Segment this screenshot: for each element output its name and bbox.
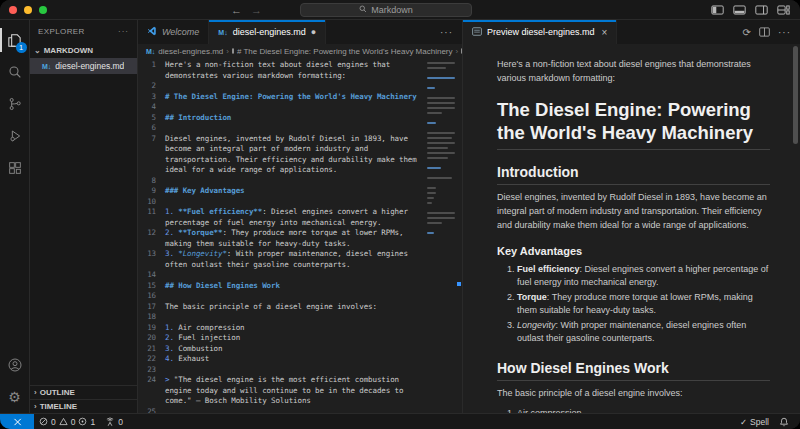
editor-line[interactable]: 10 <box>138 197 426 208</box>
breadcrumb-file[interactable]: diesel-engines.md <box>158 47 223 56</box>
editor-line[interactable]: 16 <box>138 291 426 302</box>
editor-line[interactable]: 15## How Diesel Engines Work <box>138 281 426 292</box>
unsaved-changes-dot-icon[interactable]: ● <box>311 27 316 37</box>
line-text <box>165 312 426 323</box>
settings-gear-icon[interactable]: ⚙ <box>0 381 30 413</box>
layout-controls <box>711 0 790 20</box>
explorer-icon[interactable]: 1 <box>0 24 30 56</box>
notifications-bell[interactable] <box>774 414 794 429</box>
editor-line[interactable]: 7Diesel engines, invented by Rudolf Dies… <box>138 134 426 176</box>
editor-line[interactable]: 133. *Longevity*: With proper maintenanc… <box>138 249 426 270</box>
vscode-window: ← → Markdown <box>0 0 800 429</box>
editor-line[interactable]: 191. Air compression <box>138 323 426 334</box>
spell-check-status[interactable]: ✓ Spell <box>735 414 774 429</box>
zoom-window-button[interactable] <box>39 6 47 14</box>
close-tab-icon[interactable]: × <box>602 27 608 38</box>
chevron-right-icon: › <box>34 388 37 397</box>
symbol-icon <box>461 48 462 54</box>
line-text <box>165 197 426 208</box>
editor-line[interactable]: 18 <box>138 312 426 323</box>
editor-line[interactable]: 213. Combustion <box>138 344 426 355</box>
line-number: 18 <box>138 312 165 323</box>
line-text: 1. **Fuel efficiency**: Diesel engines c… <box>165 207 426 228</box>
minimap[interactable] <box>426 58 456 413</box>
forward-arrow-icon[interactable]: → <box>251 4 262 16</box>
outline-label: OUTLINE <box>40 388 75 397</box>
editor-line[interactable]: 1Here's a non-fiction text about diesel … <box>138 60 426 81</box>
tab-welcome-label: Welcome <box>162 27 199 37</box>
line-number: 14 <box>138 270 165 281</box>
extensions-icon[interactable] <box>0 152 30 184</box>
editor-text-area[interactable]: 1Here's a non-fiction text about diesel … <box>138 58 426 413</box>
preview-list-item: Fuel efficiency: Diesel engines convert … <box>517 263 770 290</box>
sidebar-more-actions-icon[interactable]: ··· <box>118 27 129 36</box>
overview-ruler[interactable] <box>456 58 462 413</box>
more-actions-icon[interactable]: ··· <box>440 27 453 38</box>
line-number: 7 <box>138 134 165 176</box>
tab-preview-diesel-engines[interactable]: Preview diesel-engines.md × <box>463 20 617 44</box>
editor-line[interactable]: 122. **Torque**: They produce more torqu… <box>138 228 426 249</box>
tab-diesel-engines[interactable]: M↓ diesel-engines.md ● <box>209 20 326 44</box>
sidebar-empty-space <box>30 74 137 385</box>
line-text: # The Diesel Engine: Powering the World'… <box>165 92 426 103</box>
editor-line[interactable]: 9### Key Advantages <box>138 186 426 197</box>
customize-layout-icon[interactable] <box>777 5 790 15</box>
line-number: 11 <box>138 207 165 228</box>
minimize-window-button[interactable] <box>24 6 32 14</box>
toggle-panel-icon[interactable] <box>733 5 746 15</box>
editor-line[interactable]: 8 <box>138 176 426 187</box>
command-center-search[interactable]: Markdown <box>300 3 472 17</box>
editor-line[interactable]: 3# The Diesel Engine: Powering the World… <box>138 92 426 103</box>
editor-line[interactable]: 6 <box>138 123 426 134</box>
editor-line[interactable]: 14 <box>138 270 426 281</box>
line-text <box>165 291 426 302</box>
preview-ordered-list: Air compressionFuel injectionCombustionE… <box>497 407 770 413</box>
file-item-diesel-engines[interactable]: M↓ diesel-engines.md <box>30 58 137 74</box>
editor-line[interactable]: 25 <box>138 407 426 414</box>
editor-line[interactable]: 23 <box>138 365 426 376</box>
check-icon: ✓ <box>740 417 747 427</box>
activity-bar: 1 ⚙ <box>0 20 30 413</box>
ports-indicator[interactable]: 0 <box>100 414 128 429</box>
editor-line[interactable]: 4 <box>138 102 426 113</box>
line-number: 23 <box>138 365 165 376</box>
refresh-preview-icon[interactable]: ⟳ <box>743 27 751 38</box>
warning-count: 0 <box>71 417 76 427</box>
editor-line[interactable]: 224. Exhaust <box>138 354 426 365</box>
explorer-badge: 1 <box>16 42 27 53</box>
problems-indicator[interactable]: 0 0 1 <box>34 414 100 429</box>
chevron-down-icon: ⌄ <box>34 46 41 55</box>
editor-line[interactable]: 5## Introduction <box>138 113 426 124</box>
tab-welcome[interactable]: Welcome <box>138 20 209 44</box>
preview-ordered-list: Fuel efficiency: Diesel engines convert … <box>497 263 770 346</box>
line-text: ### Key Advantages <box>165 186 426 197</box>
info-count: 1 <box>90 417 95 427</box>
remote-indicator[interactable] <box>0 414 34 429</box>
source-control-icon[interactable] <box>0 88 30 120</box>
close-window-button[interactable] <box>9 6 17 14</box>
line-number: 3 <box>138 92 165 103</box>
editor-line[interactable]: 24> "The diesel engine is the most effic… <box>138 375 426 407</box>
outline-section[interactable]: › OUTLINE <box>30 385 137 399</box>
editor-line[interactable]: 111. **Fuel efficiency**: Diesel engines… <box>138 207 426 228</box>
toggle-sidebar-icon[interactable] <box>711 5 724 15</box>
line-number: 5 <box>138 113 165 124</box>
line-text: The basic principle of a diesel engine i… <box>165 302 426 313</box>
more-actions-icon[interactable]: ··· <box>778 27 791 38</box>
editor-line[interactable]: 2 <box>138 81 426 92</box>
breadcrumb-symbol[interactable]: # The Diesel Engine: Powering the World'… <box>237 47 453 56</box>
split-editor-icon[interactable] <box>759 27 770 37</box>
back-arrow-icon[interactable]: ← <box>231 4 242 16</box>
editor-line[interactable]: 202. Fuel injection <box>138 333 426 344</box>
preview-p: Diesel engines, invented by Rudolf Diese… <box>497 191 770 233</box>
run-debug-icon[interactable] <box>0 120 30 152</box>
search-view-icon[interactable] <box>0 56 30 88</box>
timeline-section[interactable]: › TIMELINE <box>30 399 137 413</box>
editor-line[interactable]: 17The basic principle of a diesel engine… <box>138 302 426 313</box>
line-number: 12 <box>138 228 165 249</box>
toggle-secondary-sidebar-icon[interactable] <box>755 5 768 15</box>
accounts-icon[interactable] <box>0 349 30 381</box>
folder-markdown[interactable]: ⌄ MARKDOWN <box>30 42 137 58</box>
preview-scrollbar[interactable] <box>793 46 798 144</box>
line-number: 10 <box>138 197 165 208</box>
